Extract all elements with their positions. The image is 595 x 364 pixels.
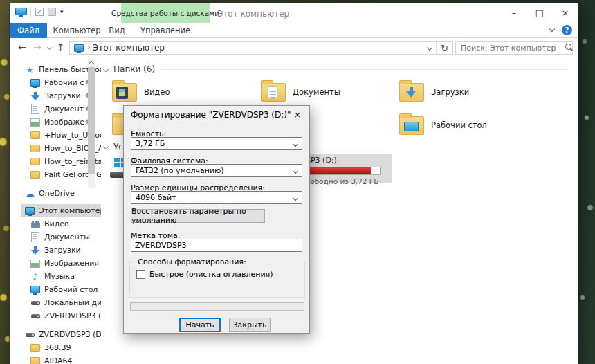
sidebar-item-music[interactable]: ♪ Музыка [10, 270, 101, 283]
sidebar-item-usb-drive[interactable]: ZVERDVDSP3 (D: [10, 309, 101, 322]
folder-tile-desktop[interactable]: Рабочий стол [399, 111, 536, 140]
maximize-button[interactable]: □ [528, 3, 551, 21]
folder-label: Загрузки [431, 87, 469, 97]
format-progress-bar [130, 302, 304, 311]
tab-file[interactable]: Файл [10, 23, 47, 38]
capacity-select[interactable]: 3,72 ГБ [131, 137, 302, 150]
disk-icon [30, 311, 40, 321]
sidebar-scrollbar[interactable] [88, 59, 95, 188]
refresh-icon[interactable]: ↻ [441, 43, 448, 53]
monitor-icon [25, 206, 35, 216]
sidebar-item-downloads[interactable]: Загрузки [10, 244, 101, 257]
back-icon[interactable]: ← [18, 42, 26, 53]
address-bar[interactable]: › Этот компьютер ↻ [69, 41, 453, 55]
picture-icon [30, 259, 40, 269]
properties-icon[interactable]: ✓ [35, 8, 44, 16]
sidebar-item-label: Загрузки [44, 246, 81, 255]
ribbon-tab-row: Файл Компьютер Вид Управление ? [10, 23, 578, 38]
collapse-ribbon-icon[interactable] [549, 26, 555, 32]
sidebar-item-documents[interactable]: Документы [10, 230, 101, 244]
sidebar-item-label: Локальный дис [44, 298, 101, 307]
close-dialog-button[interactable]: Закрыть [229, 318, 271, 332]
folder-tile-videos[interactable]: Видео [112, 78, 249, 107]
tab-manage[interactable]: Управление [121, 23, 210, 38]
chevron-down-icon [293, 167, 298, 173]
contextual-tab-drive-tools[interactable]: Средства работы с дисками [121, 3, 210, 23]
download-icon [30, 91, 40, 101]
sidebar-item-label: Этот компьютер [39, 206, 101, 215]
sidebar-item-this-pc[interactable]: Этот компьютер [10, 204, 101, 217]
sidebar-item-desktop[interactable]: Рабочий стол [10, 283, 101, 296]
address-dropdown-icon[interactable] [427, 45, 432, 51]
disk-icon [25, 330, 35, 340]
sidebar-item-local-disk[interactable]: Локальный дис [10, 296, 101, 309]
format-options-group: Способы форматирования: Быстрое (очистка… [129, 262, 305, 298]
folder-tile-downloads[interactable]: Загрузки [399, 78, 536, 107]
help-icon[interactable]: ? [562, 25, 572, 35]
sidebar-item-label: Музыка [44, 272, 75, 281]
quick-format-option[interactable]: Быстрое (очистка оглавления) [136, 270, 273, 279]
scroll-up-icon[interactable] [89, 61, 94, 66]
folders-section-header[interactable]: Папки (6) [104, 64, 568, 74]
search-input[interactable] [456, 44, 564, 53]
folder-label: Рабочий стол [431, 120, 487, 130]
sidebar-item-folder[interactable]: 368.39 [10, 341, 101, 354]
sidebar-item-label: 368.39 [44, 343, 71, 352]
sidebar-item-label: ZVERDVDSP3 (D: [44, 311, 101, 320]
divider [161, 69, 568, 70]
up-icon[interactable]: ↑ [57, 42, 65, 53]
sidebar-item-videos[interactable]: Видео [10, 217, 101, 230]
dialog-title: Форматирование "ZVERDVDSP3 (D:)" [131, 110, 291, 120]
chevron-down-icon[interactable] [103, 66, 109, 72]
breadcrumb[interactable]: Этот компьютер [93, 43, 165, 53]
monitor-icon [30, 78, 40, 88]
volume-label-input[interactable] [131, 239, 302, 252]
folder-icon [30, 144, 40, 154]
sidebar-item-label: Рабочий стол [44, 285, 98, 294]
filesystem-select[interactable]: FAT32 (по умолчанию) [131, 164, 302, 177]
quick-format-checkbox[interactable] [136, 270, 145, 279]
breadcrumb-separator: › [87, 42, 91, 52]
usb-drive-tile-selected[interactable]: SP3 (D:) вободно из 3,72 ГБ [302, 154, 392, 183]
allocation-select[interactable]: 4096 байт [131, 191, 302, 204]
allocation-value: 4096 байт [136, 193, 176, 202]
tab-computer[interactable]: Компьютер [52, 23, 102, 38]
forward-icon[interactable]: → [33, 42, 42, 53]
desktop: ✓ ▾ Средства работы с дисками Этот компь… [0, 0, 595, 364]
star-icon: ★ [25, 65, 35, 75]
sidebar-item-label: Изображения [44, 259, 99, 268]
search-box[interactable] [455, 41, 573, 55]
sidebar-item-usb-drive-root[interactable]: ZVERDVDSP3 (D:) [10, 328, 101, 341]
scrollbar-thumb[interactable] [88, 67, 95, 174]
search-icon[interactable] [564, 43, 568, 53]
dialog-close-icon[interactable]: × [286, 106, 309, 122]
drive-free-space: вободно из 3,72 ГБ [306, 177, 392, 185]
minimize-button[interactable]: – [502, 3, 526, 21]
video-icon [30, 219, 40, 229]
sidebar-item-label: ZVERDVDSP3 (D:) [39, 330, 101, 339]
sidebar-item-onedrive[interactable]: ☁ OneDrive [10, 187, 101, 200]
capacity-value: 3,72 ГБ [136, 139, 165, 148]
sidebar-item-folder[interactable]: AIDA64 [10, 354, 101, 364]
folder-icon [30, 131, 40, 140]
start-button[interactable]: Начать [179, 318, 221, 332]
cloud-icon: ☁ [25, 189, 35, 199]
close-button[interactable]: × [553, 3, 577, 21]
this-pc-icon [74, 43, 84, 53]
chevron-down-icon[interactable] [103, 144, 109, 149]
new-folder-icon[interactable] [48, 8, 56, 16]
recent-locations-icon[interactable] [47, 45, 52, 50]
download-icon [30, 246, 40, 255]
this-pc-icon [15, 8, 26, 17]
qat-customize-caret[interactable]: ▾ [60, 8, 64, 15]
sidebar-item-pictures[interactable]: Изображения [10, 257, 101, 270]
folder-tile-documents[interactable]: Документы [261, 78, 398, 107]
monitor-icon [404, 122, 419, 131]
restore-defaults-button[interactable]: Восстановить параметры по умолчанию [131, 209, 265, 223]
drive-usage-fill [306, 167, 371, 174]
address-row: ← → ↑ › Этот компьютер ↻ [10, 38, 578, 57]
format-dialog: Форматирование "ZVERDVDSP3 (D:)" × Емкос… [123, 105, 310, 334]
picture-icon [30, 118, 40, 127]
chevron-down-icon [293, 194, 298, 200]
drive-label: SP3 (D:) [306, 156, 392, 165]
